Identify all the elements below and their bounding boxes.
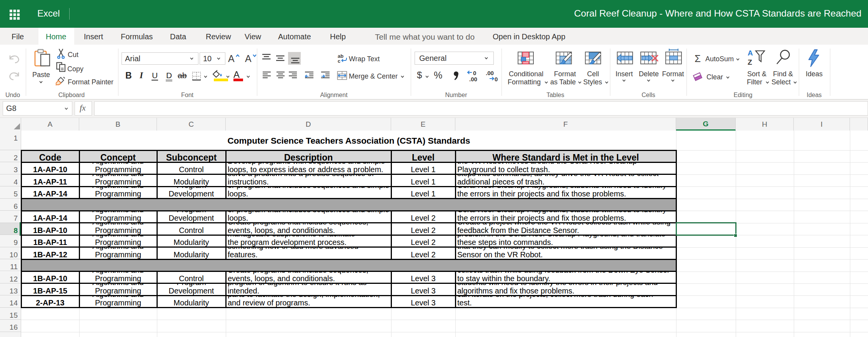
svg-text:Z: Z	[748, 58, 752, 66]
svg-text:.00: .00	[469, 76, 477, 82]
svg-text:A: A	[748, 49, 753, 57]
svg-text:c: c	[338, 58, 340, 64]
svg-text:0: 0	[473, 70, 476, 76]
svg-text:0: 0	[495, 76, 498, 82]
svg-text:.00: .00	[486, 70, 494, 76]
